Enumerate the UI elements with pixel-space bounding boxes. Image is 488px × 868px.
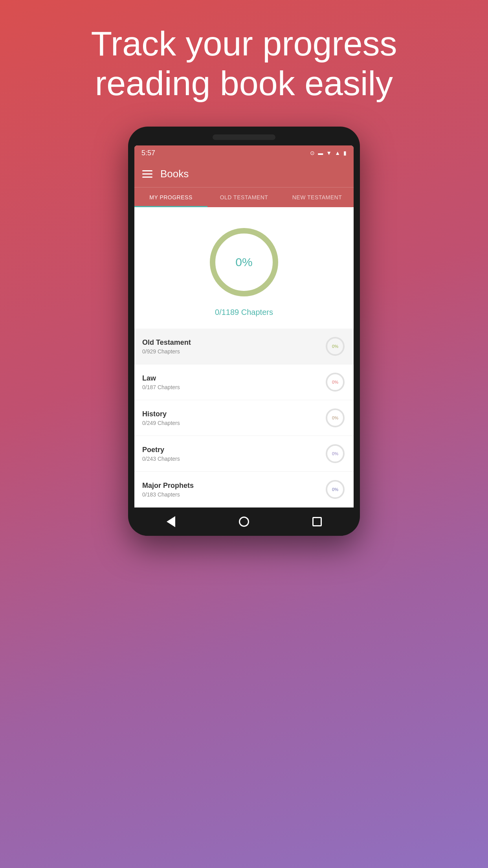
- mini-progress-circle-1: 0%: [325, 371, 346, 393]
- mini-progress-circle-2: 0%: [325, 407, 346, 428]
- app-title: Books: [160, 168, 189, 180]
- nav-back-button[interactable]: [161, 512, 181, 531]
- chapters-label: 0/1189 Chapters: [215, 308, 273, 317]
- list-item-subtitle-1: 0/187 Chapters: [142, 384, 180, 390]
- list-item-title-0: Old Testament: [142, 338, 191, 347]
- tabs-bar: MY PROGRESS OLD TESTAMENT NEW TESTAMENT: [134, 187, 354, 207]
- circle-status-icon: ⊙: [310, 150, 315, 156]
- list-item-text-4: Major Prophets 0/183 Chapters: [142, 482, 194, 498]
- tab-old-testament[interactable]: OLD TESTAMENT: [207, 188, 281, 207]
- mini-circle-text-0: 0%: [332, 344, 338, 349]
- headline-line2: reading book easily: [95, 64, 393, 103]
- tab-new-testament[interactable]: NEW TESTAMENT: [281, 188, 354, 207]
- list-item[interactable]: Poetry 0/243 Chapters 0%: [134, 436, 354, 472]
- wifi-icon: ▼: [326, 150, 332, 156]
- app-bar: Books: [134, 160, 354, 187]
- list-item[interactable]: Old Testament 0/929 Chapters 0%: [134, 329, 354, 364]
- list-item-text-2: History 0/249 Chapters: [142, 410, 180, 426]
- hamburger-line3: [142, 177, 152, 178]
- list-section: Old Testament 0/929 Chapters 0% Law 0/18…: [134, 329, 354, 508]
- status-icons: ⊙ ▬ ▼ ▲ ▮: [310, 150, 347, 156]
- tab-my-progress[interactable]: MY PROGRESS: [134, 188, 207, 207]
- card-status-icon: ▬: [318, 150, 323, 156]
- progress-section: 0% 0/1189 Chapters: [134, 207, 354, 329]
- recents-square-icon: [312, 517, 322, 526]
- mini-progress-circle-3: 0%: [325, 443, 346, 464]
- hamburger-menu-button[interactable]: [142, 170, 152, 178]
- list-item-subtitle-2: 0/249 Chapters: [142, 420, 180, 426]
- mini-progress-circle-4: 0%: [325, 479, 346, 500]
- signal-icon: ▲: [335, 150, 340, 156]
- hamburger-line2: [142, 173, 152, 175]
- phone-notch: [213, 134, 275, 140]
- mini-circle-text-4: 0%: [332, 487, 338, 492]
- back-arrow-icon: [167, 516, 175, 527]
- list-item-subtitle-0: 0/929 Chapters: [142, 348, 191, 355]
- list-item-subtitle-4: 0/183 Chapters: [142, 491, 194, 498]
- list-item[interactable]: Law 0/187 Chapters 0%: [134, 364, 354, 400]
- list-item-title-3: Poetry: [142, 446, 180, 454]
- phone-mockup: 5:57 ⊙ ▬ ▼ ▲ ▮ Books MY PROGRESS: [128, 127, 360, 536]
- hamburger-line1: [142, 170, 152, 171]
- list-item[interactable]: History 0/249 Chapters 0%: [134, 400, 354, 436]
- list-item-title-1: Law: [142, 374, 180, 383]
- progress-percent: 0%: [235, 256, 252, 269]
- home-circle-icon: [239, 517, 249, 527]
- headline-line1: Track your progress: [91, 24, 397, 63]
- list-item-subtitle-3: 0/243 Chapters: [142, 456, 180, 462]
- headline-text: Track your progress reading book easily: [67, 24, 420, 103]
- list-item-text-3: Poetry 0/243 Chapters: [142, 446, 180, 462]
- phone-nav-bar: [134, 508, 354, 536]
- progress-circle: 0%: [205, 223, 283, 302]
- phone-screen: 5:57 ⊙ ▬ ▼ ▲ ▮ Books MY PROGRESS: [134, 145, 354, 508]
- mini-progress-circle-0: 0%: [325, 336, 346, 357]
- mini-circle-text-1: 0%: [332, 380, 338, 384]
- list-item-title-4: Major Prophets: [142, 482, 194, 490]
- mini-circle-text-2: 0%: [332, 416, 338, 420]
- nav-home-button[interactable]: [234, 512, 254, 531]
- list-item-text-0: Old Testament 0/929 Chapters: [142, 338, 191, 355]
- battery-icon: ▮: [343, 150, 347, 156]
- mini-circle-text-3: 0%: [332, 451, 338, 456]
- list-item-title-2: History: [142, 410, 180, 418]
- nav-recents-button[interactable]: [307, 512, 327, 531]
- status-bar: 5:57 ⊙ ▬ ▼ ▲ ▮: [134, 145, 354, 160]
- list-item-text-1: Law 0/187 Chapters: [142, 374, 180, 390]
- list-item[interactable]: Major Prophets 0/183 Chapters 0%: [134, 472, 354, 508]
- status-time: 5:57: [141, 149, 155, 157]
